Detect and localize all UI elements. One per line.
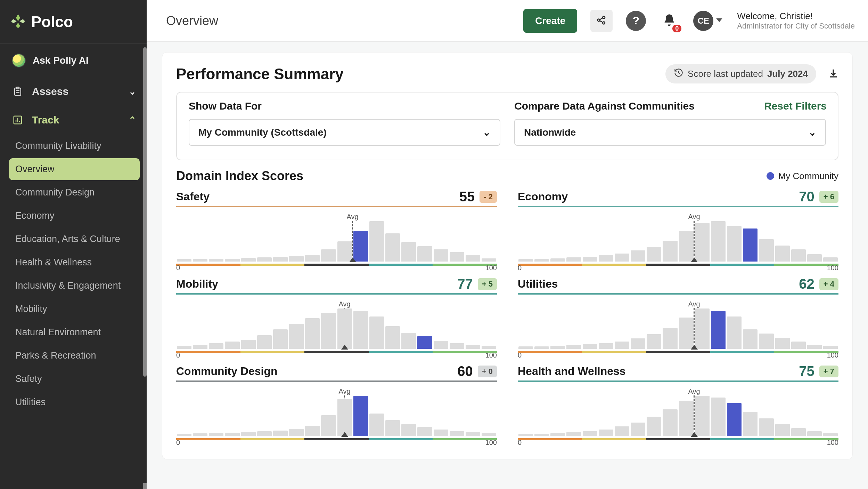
domain-card-mobility[interactable]: Mobility77+ 5Avg0100 (176, 273, 497, 358)
dist-bar (241, 432, 256, 436)
domain-card-community-design[interactable]: Community Design60+ 0Avg0100 (176, 361, 497, 445)
ask-polly-ai[interactable]: Ask Polly AI (0, 44, 147, 77)
scrollbar-thumb[interactable] (143, 47, 147, 377)
brand-logo[interactable]: Polco (10, 13, 73, 31)
topbar: Overview Create ? 0 CE Welcome, Christie… (147, 0, 868, 42)
score-updated-chip: Score last updated July 2024 (665, 64, 816, 83)
scrollbar-track[interactable] (143, 44, 147, 489)
domain-card-utilities[interactable]: Utilities62+ 4Avg0100 (518, 273, 838, 358)
card-name: Health and Wellness (518, 365, 626, 378)
dist-bar (711, 221, 726, 262)
sidebar-item-education-arts-culture[interactable]: Education, Arts & Culture (9, 228, 140, 250)
avg-triangle-icon (691, 257, 698, 262)
dist-bar (631, 338, 645, 349)
dist-bar (679, 401, 694, 436)
nav-track[interactable]: Track ⌃ (0, 106, 147, 134)
my-bar (743, 229, 758, 262)
dist-bar (273, 431, 288, 436)
notifications-button[interactable]: 0 (659, 11, 679, 31)
dist-bar (823, 257, 838, 262)
dist-bar (518, 259, 533, 262)
dist-bar (759, 239, 773, 262)
dist-bar (369, 221, 384, 262)
card-delta: - 2 (480, 191, 497, 203)
filters-box: Reset Filters Show Data For My Community… (176, 92, 838, 160)
dist-bar (257, 335, 272, 349)
dist-bar (679, 318, 694, 349)
card-score: 77 (457, 276, 473, 292)
dist-bar (663, 328, 677, 349)
dist-bar (305, 255, 320, 262)
domain-card-safety[interactable]: Safety55- 2Avg0100 (176, 186, 497, 271)
dist-bar (743, 329, 758, 349)
dist-bar (615, 426, 629, 436)
sidebar-item-safety[interactable]: Safety (9, 368, 140, 390)
card-name: Mobility (176, 278, 218, 290)
dist-bar (482, 433, 496, 436)
dist-bar (353, 311, 368, 349)
domain-card-health-and-wellness[interactable]: Health and Wellness75+ 7Avg0100 (518, 361, 838, 445)
dist-bar (518, 434, 533, 436)
notif-badge: 0 (672, 25, 681, 32)
sidebar-item-community-livability[interactable]: Community Livability (9, 135, 140, 157)
help-button[interactable]: ? (626, 11, 646, 31)
sidebar-item-natural-environment[interactable]: Natural Environment (9, 321, 140, 343)
filter-compare-dropdown[interactable]: Nationwide ⌄ (514, 119, 826, 146)
domain-card-economy[interactable]: Economy70+ 6Avg0100 (518, 186, 838, 271)
dist-bar (209, 433, 223, 436)
sidebar-item-overview[interactable]: Overview (9, 158, 140, 180)
sidebar-item-community-design[interactable]: Community Design (9, 182, 140, 203)
dist-bar (466, 345, 480, 349)
sidebar-item-utilities[interactable]: Utilities (9, 391, 140, 413)
card-score: 75 (799, 363, 814, 379)
sidebar-item-mobility[interactable]: Mobility (9, 298, 140, 320)
card-delta: + 7 (819, 366, 838, 377)
dist-bar (663, 241, 677, 262)
reset-filters[interactable]: Reset Filters (764, 100, 827, 112)
dist-bar (759, 418, 773, 436)
dist-bar (583, 344, 597, 349)
dist-bar (647, 334, 661, 349)
dist-bar (177, 259, 191, 262)
dist-bar (305, 318, 320, 349)
assess-label: Assess (32, 86, 68, 97)
card-name: Utilities (518, 278, 558, 290)
avg-triangle-icon (691, 432, 698, 437)
content: Performance Summary Score last updated J… (147, 42, 868, 489)
sidebar-item-health-wellness[interactable]: Health & Wellness (9, 251, 140, 273)
dist-bar (727, 316, 742, 349)
dist-bar (385, 326, 400, 349)
question-icon: ? (633, 14, 640, 27)
nav-assess[interactable]: Assess ⌄ (0, 77, 147, 106)
download-button[interactable] (828, 68, 838, 80)
updated-prefix: Score last updated (688, 69, 763, 79)
filter-show-data-dropdown[interactable]: My Community (Scottsdale) ⌄ (189, 119, 500, 146)
filter-compare-value: Nationwide (524, 127, 576, 138)
dist-bar (337, 399, 352, 436)
polly-avatar-icon (12, 54, 26, 67)
card-name: Economy (518, 190, 568, 203)
dist-bar (775, 424, 790, 436)
svg-line-14 (679, 73, 680, 73)
histogram: Avg0100 (518, 209, 838, 271)
share-button[interactable] (590, 10, 613, 32)
sidebar-item-inclusivity-engagement[interactable]: Inclusivity & Engagement (9, 275, 140, 297)
dist-bar (615, 342, 629, 349)
card-delta: + 4 (819, 278, 838, 290)
axis-min: 0 (176, 351, 180, 359)
user-menu[interactable]: CE (693, 11, 722, 31)
dist-bar (534, 346, 549, 349)
my-bar (727, 403, 742, 436)
dist-bar (759, 334, 773, 349)
axis-max: 100 (485, 264, 497, 272)
sidebar-item-parks-recreation[interactable]: Parks & Recreation (9, 345, 140, 367)
my-bar (353, 231, 368, 262)
dist-bar (647, 417, 661, 436)
welcome-block: Welcome, Christie! Administrator for Cit… (737, 11, 855, 31)
create-button[interactable]: Create (523, 9, 577, 33)
dist-bar (695, 223, 710, 262)
dist-bar (241, 340, 256, 349)
sidebar-item-economy[interactable]: Economy (9, 205, 140, 227)
filter-show-data-label: Show Data For (189, 100, 500, 112)
dist-bar (791, 428, 806, 436)
